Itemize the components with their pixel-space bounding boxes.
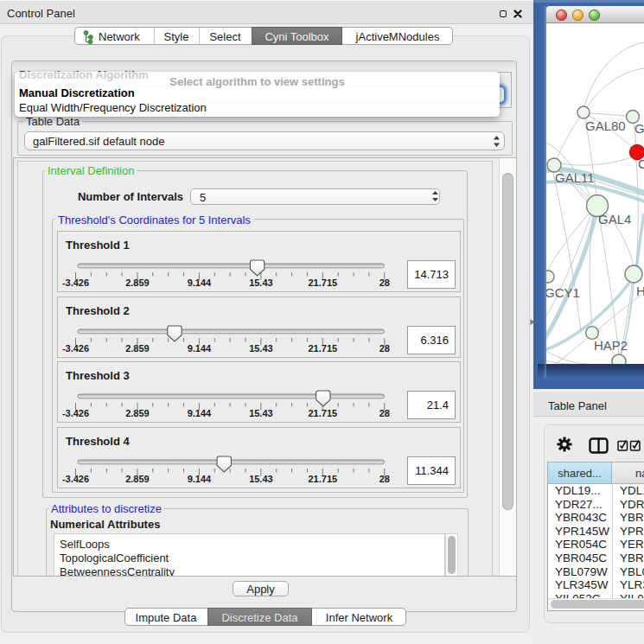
svg-text:GA: GA [634, 121, 644, 136]
svg-text:HAP2: HAP2 [594, 338, 628, 353]
svg-text:C: C [638, 156, 644, 171]
svg-text:GCY1: GCY1 [546, 285, 580, 300]
svg-text:GAL80: GAL80 [585, 118, 626, 133]
svg-text:H: H [636, 284, 644, 298]
svg-text:GAL4: GAL4 [598, 212, 631, 226]
svg-text:GAL11: GAL11 [555, 170, 595, 185]
